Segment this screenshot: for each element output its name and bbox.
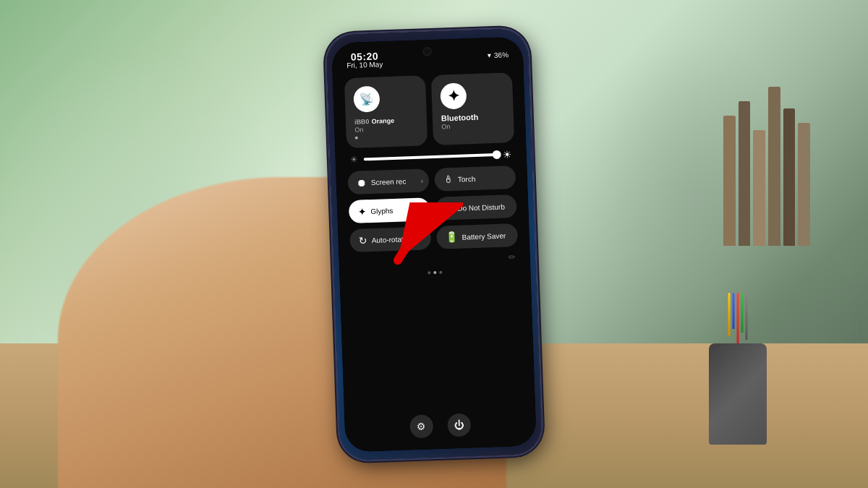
- status-bar: 05:20 Fri, 10 May ▾ 36%: [331, 36, 523, 72]
- screen-record-label: Screen rec: [371, 176, 407, 186]
- torch-icon: 🕯: [443, 174, 454, 185]
- sim-carrier: iBB0 Orange: [354, 115, 394, 125]
- page-dot-3: [439, 270, 442, 273]
- sim-tile[interactable]: 📡 iBB0 Orange On: [344, 75, 427, 148]
- small-tiles-row-3: ↻ Auto-rotate 🔋 Battery Saver: [349, 223, 518, 252]
- phone: 05:20 Fri, 10 May ▾ 36% 📡: [326, 27, 542, 461]
- glyphs-tile[interactable]: ✦ Glyphs: [349, 197, 430, 223]
- battery-saver-label: Battery Saver: [461, 231, 506, 241]
- settings-icon: ⚙: [417, 420, 427, 432]
- wifi-icon: ▾: [488, 51, 491, 59]
- bottom-controls: ⚙ ⏻: [344, 405, 537, 452]
- glyphs-icon: ✦: [357, 205, 367, 217]
- torch-tile[interactable]: 🕯 Torch: [434, 166, 516, 192]
- screen-record-tile[interactable]: ⏺ Screen rec ›: [347, 168, 429, 194]
- status-right: ▾ 36%: [488, 51, 509, 59]
- page-dot-2: [433, 270, 436, 273]
- settings-button[interactable]: ⚙: [409, 414, 433, 438]
- page-dot-1: [427, 271, 430, 274]
- screen-record-icon: ⏺: [357, 176, 367, 188]
- bluetooth-icon-circle: ✦: [440, 82, 467, 109]
- small-tiles-row-1: ⏺ Screen rec › 🕯 Torch: [347, 166, 516, 194]
- sim-dot: [355, 136, 358, 139]
- auto-rotate-tile[interactable]: ↻ Auto-rotate: [349, 226, 431, 252]
- quick-tiles: 📡 iBB0 Orange On ✦ Bluetooth: [333, 66, 530, 258]
- brightness-high-icon: ☀: [502, 148, 512, 160]
- small-tiles-row-2: ✦ Glyphs ⊘ Do Not Disturb: [349, 194, 517, 223]
- dnd-label: Do Not Disturb: [457, 202, 505, 212]
- brightness-low-icon: ☀: [350, 154, 358, 164]
- screen-record-arrow: ›: [420, 176, 423, 184]
- pencil-holder: [709, 343, 767, 445]
- books-decoration: [723, 29, 810, 246]
- battery-saver-icon: 🔋: [445, 231, 458, 243]
- status-date: Fri, 10 May: [346, 60, 383, 69]
- sim-status: On: [354, 126, 363, 133]
- dnd-tile[interactable]: ⊘ Do Not Disturb: [435, 194, 517, 220]
- spacer: [340, 273, 535, 411]
- auto-rotate-icon: ↻: [358, 234, 367, 246]
- auto-rotate-label: Auto-rotate: [372, 234, 408, 244]
- bluetooth-label: Bluetooth: [441, 112, 479, 122]
- glyphs-label: Glyphs: [370, 206, 393, 215]
- brightness-row[interactable]: ☀ ☀: [347, 148, 515, 166]
- battery-saver-tile[interactable]: 🔋 Battery Saver: [436, 223, 518, 249]
- brightness-slider[interactable]: [364, 153, 497, 160]
- phone-screen: 05:20 Fri, 10 May ▾ 36% 📡: [331, 36, 537, 452]
- power-icon: ⏻: [454, 419, 464, 430]
- status-left: 05:20 Fri, 10 May: [346, 50, 383, 69]
- power-button[interactable]: ⏻: [447, 413, 471, 437]
- dnd-icon: ⊘: [444, 202, 454, 214]
- screen-content: 05:20 Fri, 10 May ▾ 36% 📡: [331, 36, 537, 452]
- large-tiles-row: 📡 iBB0 Orange On ✦ Bluetooth: [344, 72, 514, 148]
- torch-label: Torch: [458, 174, 476, 183]
- bluetooth-tile[interactable]: ✦ Bluetooth On: [431, 72, 514, 145]
- sim-icon-circle: 📡: [353, 85, 380, 112]
- battery-text: 36%: [494, 51, 509, 59]
- bluetooth-status: On: [441, 123, 450, 130]
